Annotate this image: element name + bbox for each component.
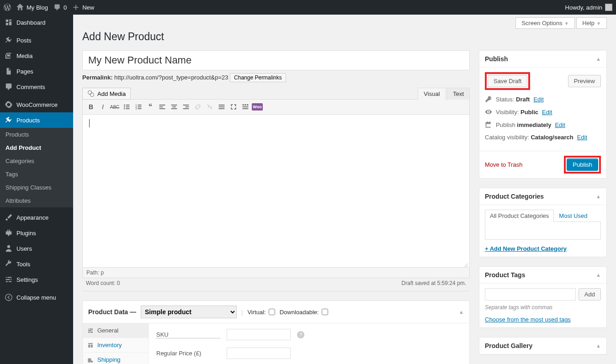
svg-rect-6 — [126, 106, 129, 107]
menu-pages[interactable]: Pages — [0, 63, 73, 79]
pd-tab-shipping[interactable]: Shipping — [83, 353, 149, 364]
publish-button[interactable]: Publish — [567, 158, 598, 171]
dashboard-icon — [5, 18, 13, 26]
menu-settings[interactable]: Settings — [0, 272, 73, 287]
svg-rect-19 — [172, 106, 176, 107]
svg-rect-27 — [243, 104, 244, 105]
svg-rect-14 — [138, 108, 141, 109]
menu-users[interactable]: Users — [0, 241, 73, 256]
pd-tab-general[interactable]: General — [83, 323, 149, 338]
change-permalinks-button[interactable]: Change Permalinks — [230, 73, 286, 82]
menu-collapse[interactable]: Collapse menu — [0, 290, 73, 305]
downloadable-checkbox-label[interactable]: Downloadable: — [280, 309, 328, 316]
comments-link[interactable]: 0 — [53, 4, 67, 11]
svg-rect-10 — [138, 105, 141, 106]
cat-tab-most-used[interactable]: Most Used — [554, 210, 592, 222]
category-list[interactable] — [485, 222, 601, 240]
menu-plugins[interactable]: Plugins — [0, 225, 73, 241]
user-greeting[interactable]: Howdy, admin — [565, 4, 612, 11]
site-name-link[interactable]: My Blog — [16, 4, 48, 11]
screen-options-button[interactable]: Screen Options▼ — [515, 17, 575, 29]
align-center-button[interactable] — [169, 101, 180, 112]
menu-media[interactable]: Media — [0, 48, 73, 63]
toggle-box-icon[interactable]: ▲ — [596, 56, 601, 62]
submenu-products-list[interactable]: Products — [0, 128, 73, 141]
product-data-header: Product Data — — [88, 308, 136, 316]
unlink-button[interactable] — [204, 101, 215, 112]
pd-tab-inventory[interactable]: Inventory — [83, 338, 149, 353]
add-category-link[interactable]: + Add New Product Category — [485, 245, 567, 252]
resize-handle[interactable] — [463, 261, 468, 267]
preview-button[interactable]: Preview — [568, 75, 601, 87]
menu-woocommerce[interactable]: WooCommerce — [0, 97, 73, 112]
toggle-box-icon[interactable]: ▲ — [596, 272, 601, 278]
submenu-add-product[interactable]: Add Product — [0, 141, 73, 154]
link-button[interactable] — [192, 101, 203, 112]
svg-point-5 — [124, 106, 125, 107]
add-media-button[interactable]: Add Media — [82, 88, 131, 100]
menu-products[interactable]: Products — [0, 112, 73, 128]
numbered-list-button[interactable]: 123 — [133, 101, 144, 112]
choose-tags-link[interactable]: Choose from the most used tags — [485, 316, 571, 323]
cat-tab-all[interactable]: All Product Categories — [485, 210, 554, 222]
product-title-input[interactable] — [82, 50, 470, 70]
svg-point-0 — [5, 294, 12, 301]
user-icon — [5, 244, 13, 253]
submenu-categories[interactable]: Categories — [0, 154, 73, 168]
italic-button[interactable]: I — [97, 101, 108, 112]
sku-input[interactable] — [227, 329, 291, 340]
gallery-box-title: Product Gallery — [485, 342, 532, 349]
add-tag-button[interactable]: Add — [579, 288, 601, 301]
blockquote-button[interactable]: “ — [145, 101, 156, 112]
svg-point-3 — [124, 105, 125, 106]
help-button[interactable]: Help▼ — [576, 17, 607, 29]
edit-status-link[interactable]: Edit — [533, 96, 543, 103]
align-right-button[interactable] — [181, 101, 191, 112]
menu-appearance[interactable]: Appearance — [0, 210, 73, 225]
virtual-checkbox-label[interactable]: Virtual: — [247, 309, 275, 316]
status-row: Status: Draft Edit — [485, 95, 601, 103]
menu-dashboard[interactable]: Dashboard — [0, 15, 73, 30]
save-draft-button[interactable]: Save Draft — [488, 75, 527, 87]
product-type-select[interactable]: Simple product — [141, 306, 237, 318]
svg-rect-20 — [171, 108, 177, 109]
edit-visibility-link[interactable]: Edit — [542, 109, 552, 116]
bullet-list-button[interactable] — [121, 101, 132, 112]
strikethrough-button[interactable]: ABC — [109, 101, 120, 112]
new-link[interactable]: New — [72, 4, 94, 11]
editor-tab-visual[interactable]: Visual — [418, 88, 446, 100]
editor-body[interactable] — [82, 115, 470, 268]
site-name-text: My Blog — [27, 4, 48, 11]
menu-tools[interactable]: Tools — [0, 256, 73, 272]
woo-shortcode-button[interactable]: Woo — [252, 101, 263, 112]
inventory-icon — [87, 342, 94, 348]
svg-rect-16 — [159, 106, 163, 107]
plugin-icon — [5, 229, 13, 237]
toggle-box-icon[interactable]: ▲ — [596, 194, 601, 199]
kitchen-sink-button[interactable] — [240, 101, 251, 112]
virtual-checkbox[interactable] — [269, 309, 275, 315]
move-to-trash-link[interactable]: Move to Trash — [485, 161, 522, 168]
downloadable-checkbox[interactable] — [322, 309, 328, 315]
submenu-attributes[interactable]: Attributes — [0, 194, 73, 207]
align-left-button[interactable] — [157, 101, 168, 112]
help-icon[interactable]: ? — [297, 331, 304, 338]
edit-date-link[interactable]: Edit — [555, 121, 565, 128]
submenu-tags[interactable]: Tags — [0, 168, 73, 181]
edit-catalog-link[interactable]: Edit — [577, 134, 587, 141]
toggle-box-icon[interactable]: ▲ — [459, 309, 464, 315]
wordpress-logo[interactable] — [4, 4, 11, 11]
more-button[interactable] — [216, 101, 227, 112]
editor-tab-text[interactable]: Text — [447, 88, 470, 100]
tags-box-title: Product Tags — [485, 271, 525, 279]
submenu-shipping-classes[interactable]: Shipping Classes — [0, 181, 73, 194]
menu-comments[interactable]: Comments — [0, 79, 73, 95]
regular-price-input[interactable] — [227, 348, 291, 359]
bold-button[interactable]: B — [85, 101, 96, 112]
tag-input[interactable] — [485, 288, 576, 301]
menu-posts[interactable]: Posts — [0, 32, 73, 48]
fullscreen-button[interactable] — [228, 101, 239, 112]
media-icon — [5, 52, 13, 60]
toggle-box-icon[interactable]: ▲ — [596, 343, 601, 348]
svg-point-1 — [88, 91, 92, 95]
